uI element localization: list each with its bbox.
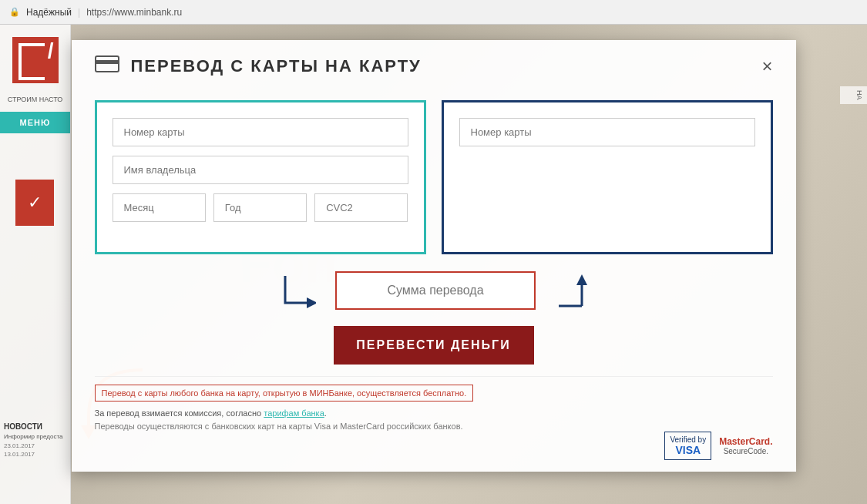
source-card-year[interactable]	[213, 193, 307, 222]
source-card-cvc[interactable]	[314, 193, 408, 222]
secure-code-label: SecureCode.	[719, 447, 772, 455]
transfer-info: Переводы осуществляются с банковских кар…	[95, 422, 773, 431]
source-card-month[interactable]	[113, 193, 206, 222]
promo-line: Перевод с карты любого банка на карту, о…	[95, 385, 773, 405]
commission-label: За перевод взимается комиссия, согласно	[95, 408, 262, 418]
svg-rect-2	[96, 60, 119, 64]
source-card	[95, 100, 426, 254]
url-bar[interactable]: https://www.minbank.ru	[86, 7, 182, 18]
visa-verified-logo: Verified by VISA	[664, 432, 711, 460]
svg-marker-3	[307, 297, 316, 308]
dialog-header: ПЕРЕВОД С КАРТЫ НА КАРТУ ×	[95, 55, 773, 85]
up-arrow-svg	[551, 271, 590, 310]
browser-bar: 🔒 Надёжный | https://www.minbank.ru	[0, 0, 867, 25]
commission-line: За перевод взимается комиссия, согласно …	[95, 408, 773, 418]
dialog-card-icon	[95, 55, 119, 77]
commission-link[interactable]: тарифам банка	[264, 408, 324, 418]
visa-label: VISA	[670, 444, 706, 456]
mastercard-logo: MasterCard. SecureCode.	[719, 436, 772, 455]
close-button[interactable]: ×	[761, 57, 772, 76]
dest-card-number[interactable]	[459, 118, 755, 146]
amount-input[interactable]	[335, 271, 536, 310]
lock-icon: 🔒	[9, 7, 20, 17]
submit-button[interactable]: ПЕРЕВЕСТИ ДЕНЬГИ	[334, 326, 534, 365]
transfer-row	[95, 270, 773, 311]
source-card-number[interactable]	[113, 118, 408, 146]
dest-card	[442, 100, 773, 254]
dialog-title: ПЕРЕВОД С КАРТЫ НА КАРТУ	[131, 56, 762, 76]
mastercard-label: MasterCard.	[719, 436, 772, 447]
source-card-expiry-row	[113, 193, 408, 231]
payment-logos: Verified by VISA MasterCard. SecureCode.	[664, 432, 772, 460]
corner-arrow-svg	[277, 272, 316, 311]
transfer-dialog: ПЕРЕВОД С КАРТЫ НА КАРТУ ×	[72, 40, 796, 472]
dialog-footer: Перевод с карты любого банка на карту, о…	[95, 376, 773, 431]
submit-row: ПЕРЕВЕСТИ ДЕНЬГИ	[95, 326, 773, 365]
dialog-overlay: ПЕРЕВОД С КАРТЫ НА КАРТУ ×	[0, 25, 867, 504]
source-card-owner[interactable]	[113, 156, 408, 184]
promo-text: Перевод с карты любого банка на карту, о…	[95, 385, 474, 402]
cards-row	[95, 100, 773, 254]
trust-label: Надёжный	[26, 7, 72, 18]
verified-by-label: Verified by	[670, 435, 706, 444]
left-arrow-group	[277, 270, 316, 311]
page-background: Fon НА СТРОИМ НАСТО МЕНЮ НОВОСТИ Информи…	[0, 25, 867, 504]
svg-marker-4	[576, 274, 587, 285]
separator: |	[78, 7, 80, 18]
